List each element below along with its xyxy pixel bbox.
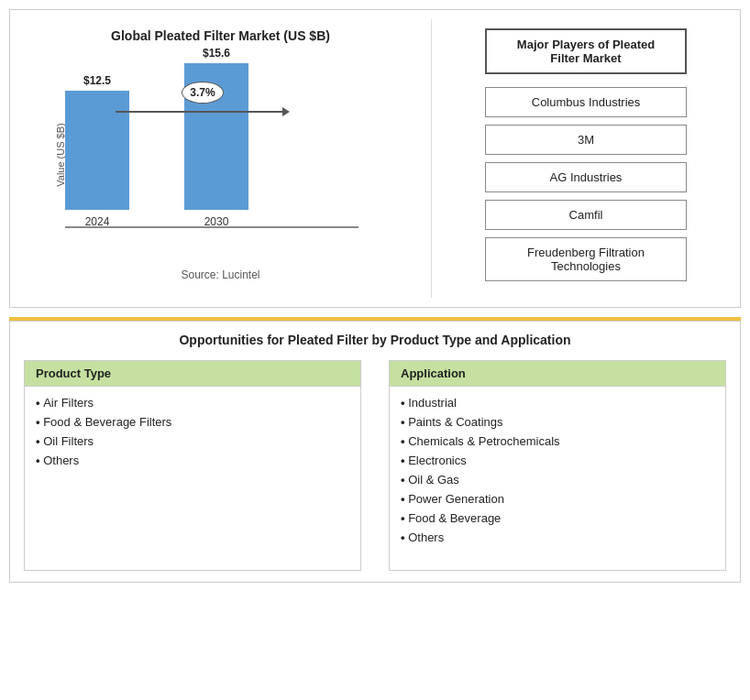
chart-container: Value (US $B) 3.7% $12.5 2024	[28, 54, 413, 256]
bottom-section: Opportunities for Pleated Filter by Prod…	[9, 321, 741, 583]
app-item-5: Power Generation	[401, 492, 714, 506]
product-item-1: Food & Beverage Filters	[36, 415, 349, 429]
cagr-bubble: 3.7%	[182, 82, 223, 104]
top-section: Global Pleated Filter Market (US $B) Val…	[9, 9, 741, 308]
product-type-body: Air Filters Food & Beverage Filters Oil …	[25, 387, 360, 570]
chart-area: Global Pleated Filter Market (US $B) Val…	[10, 19, 432, 298]
app-item-3: Electronics	[401, 454, 714, 467]
bars-and-cagr: 3.7% $12.5 2024 $15.6	[65, 82, 358, 256]
app-item-0: Industrial	[401, 396, 714, 410]
cagr-line-left	[116, 111, 282, 113]
app-item-4: Oil & Gas	[401, 473, 714, 487]
players-area: Major Players of Pleated Filter Market C…	[432, 19, 740, 298]
player-camfil: Camfil	[485, 200, 687, 230]
product-type-header: Product Type	[25, 361, 360, 387]
application-body: Industrial Paints & Coatings Chemicals &…	[390, 387, 725, 570]
product-item-2: Oil Filters	[36, 434, 349, 448]
player-ag: AG Industries	[485, 162, 687, 192]
app-item-7: Others	[401, 530, 714, 544]
opportunities-title: Opportunities for Pleated Filter by Prod…	[24, 333, 726, 347]
application-header: Application	[390, 361, 725, 387]
player-3m: 3M	[485, 125, 687, 155]
source-text: Source: Lucintel	[28, 268, 413, 281]
chart-title: Global Pleated Filter Market (US $B)	[28, 28, 413, 43]
bar-group-2030: $15.6 2030	[184, 47, 248, 228]
x-axis-line	[65, 226, 358, 228]
opportunities-cols: Product Type Air Filters Food & Beverage…	[24, 360, 726, 571]
application-col: Application Industrial Paints & Coatings…	[389, 360, 726, 571]
player-columbus: Columbus Industries	[485, 87, 687, 117]
app-item-2: Chemicals & Petrochemicals	[401, 434, 714, 448]
app-item-1: Paints & Coatings	[401, 415, 714, 429]
product-item-0: Air Filters	[36, 396, 349, 410]
bars-row: $12.5 2024 $15.6 2030	[65, 47, 248, 228]
players-title: Major Players of Pleated Filter Market	[485, 28, 687, 74]
product-type-col: Product Type Air Filters Food & Beverage…	[24, 360, 361, 571]
cagr-arrowhead	[282, 107, 290, 116]
cagr-arrow	[116, 107, 290, 116]
player-freudenberg: Freudenberg Filtration Technologies	[485, 237, 687, 281]
bar-value-2024: $12.5	[83, 74, 111, 87]
product-item-3: Others	[36, 454, 349, 467]
cagr-annotation: 3.7%	[116, 82, 290, 116]
bar-value-2030: $15.6	[203, 47, 230, 60]
app-item-6: Food & Beverage	[401, 511, 714, 525]
y-axis-label: Value (US $B)	[55, 123, 66, 187]
